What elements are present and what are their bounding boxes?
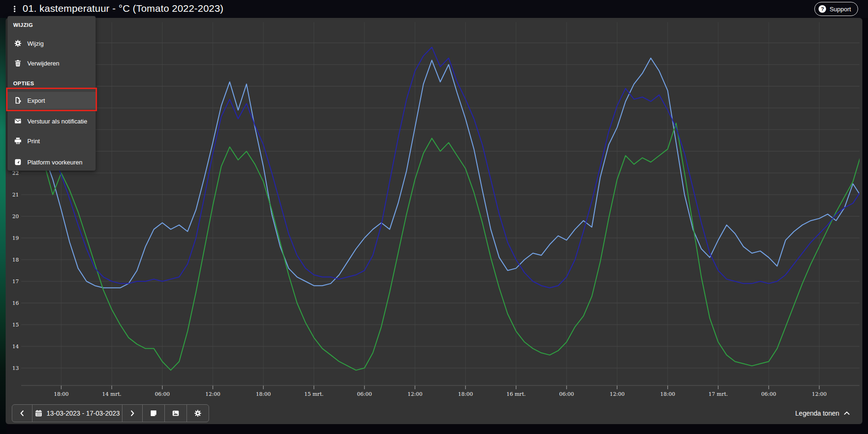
save-image-button[interactable] bbox=[164, 405, 187, 422]
note-icon bbox=[150, 409, 157, 417]
svg-text:14 mrt.: 14 mrt. bbox=[102, 391, 122, 397]
svg-text:16: 16 bbox=[12, 300, 19, 306]
svg-text:20: 20 bbox=[12, 213, 19, 220]
svg-text:21: 21 bbox=[12, 192, 19, 198]
svg-text:18:00: 18:00 bbox=[660, 391, 675, 397]
menu-item-label: Export bbox=[27, 97, 45, 104]
date-range-label: 13-03-2023 - 17-03-2023 bbox=[47, 409, 120, 417]
date-navigation-toolbar: 13-03-2023 - 17-03-2023 bbox=[12, 404, 209, 422]
svg-text:06:00: 06:00 bbox=[357, 391, 372, 397]
page-title: 01. kastemperatuur - °C (Tomato 2022-202… bbox=[23, 3, 224, 14]
svg-text:18:00: 18:00 bbox=[256, 391, 271, 397]
menu-item-export[interactable]: Export bbox=[8, 92, 96, 109]
menu-item-label: Verwijderen bbox=[27, 60, 59, 67]
chevron-right-icon bbox=[129, 409, 136, 417]
svg-text:15 mrt.: 15 mrt. bbox=[304, 391, 324, 397]
support-label: Support bbox=[829, 6, 851, 13]
gear-icon bbox=[194, 409, 202, 417]
svg-text:15: 15 bbox=[12, 322, 19, 328]
gear-icon bbox=[14, 40, 22, 47]
svg-text:06:00: 06:00 bbox=[155, 391, 170, 397]
menu-item-label: Verstuur als notificatie bbox=[27, 118, 87, 125]
chevron-up-icon bbox=[844, 410, 850, 417]
menu-item-label: Platform voorkeuren bbox=[27, 159, 82, 166]
svg-text:18: 18 bbox=[12, 257, 19, 263]
svg-text:14: 14 bbox=[12, 344, 19, 350]
menu-section-wijzig: WIJZIG bbox=[13, 21, 33, 29]
next-period-button[interactable] bbox=[122, 405, 142, 422]
kebab-vertical-icon bbox=[11, 5, 18, 13]
previous-period-button[interactable] bbox=[12, 405, 32, 422]
svg-text:19: 19 bbox=[12, 235, 19, 241]
menu-item-platform-voorkeuren[interactable]: Platform voorkeuren bbox=[8, 154, 96, 171]
menu-item-verwijderen[interactable]: Verwijderen bbox=[8, 55, 96, 72]
svg-text:13: 13 bbox=[12, 365, 19, 371]
svg-text:17: 17 bbox=[12, 278, 19, 285]
svg-text:12:00: 12:00 bbox=[205, 391, 220, 397]
kebab-menu-button[interactable] bbox=[8, 3, 21, 15]
legend-toggle-label: Legenda tonen bbox=[795, 409, 839, 417]
svg-text:12:00: 12:00 bbox=[609, 391, 625, 397]
menu-item-verstuur-als-notificatie[interactable]: Verstuur als notificatie bbox=[8, 113, 96, 130]
notes-button[interactable] bbox=[142, 405, 164, 422]
menu-item-label: Wijzig bbox=[27, 40, 44, 47]
temperature-line-chart: 18:0014 mrt.06:0012:0018:0015 mrt.06:001… bbox=[6, 18, 862, 424]
menu-item-print[interactable]: Print bbox=[8, 132, 96, 149]
svg-text:12:00: 12:00 bbox=[407, 391, 422, 397]
svg-text:22: 22 bbox=[12, 170, 19, 176]
menu-item-wijzig[interactable]: Wijzig bbox=[8, 35, 96, 52]
image-icon bbox=[172, 409, 179, 417]
svg-text:06:00: 06:00 bbox=[761, 391, 776, 397]
context-menu: WIJZIG Wijzig Verwijderen O bbox=[8, 16, 96, 171]
chevron-left-icon bbox=[18, 409, 26, 417]
top-header-bar: 01. kastemperatuur - °C (Tomato 2022-202… bbox=[0, 0, 868, 18]
chart-panel: 18:0014 mrt.06:0012:0018:0015 mrt.06:001… bbox=[6, 18, 862, 424]
chart-settings-button[interactable] bbox=[187, 405, 209, 422]
svg-text:17 mrt.: 17 mrt. bbox=[708, 391, 728, 397]
svg-text:12:00: 12:00 bbox=[812, 391, 827, 397]
mail-notification-icon bbox=[14, 117, 22, 125]
serie-donkerblauw bbox=[19, 47, 861, 288]
printer-icon bbox=[14, 137, 22, 145]
svg-text:06:00: 06:00 bbox=[559, 391, 574, 397]
legend-toggle-button[interactable]: Legenda tonen bbox=[795, 409, 850, 417]
question-circle-icon: ? bbox=[819, 5, 826, 13]
menu-item-label: Print bbox=[27, 138, 40, 145]
file-export-icon bbox=[14, 97, 22, 104]
menu-section-opties: OPTIES bbox=[13, 79, 34, 88]
svg-text:18:00: 18:00 bbox=[54, 391, 69, 397]
trash-icon bbox=[14, 59, 22, 67]
date-range-button[interactable]: 13-03-2023 - 17-03-2023 bbox=[32, 405, 122, 422]
platform-send-icon bbox=[14, 158, 22, 166]
svg-text:16 mrt.: 16 mrt. bbox=[506, 391, 526, 397]
support-button[interactable]: ? Support bbox=[814, 2, 858, 16]
svg-text:18:00: 18:00 bbox=[458, 391, 473, 397]
calendar-icon bbox=[35, 409, 42, 417]
